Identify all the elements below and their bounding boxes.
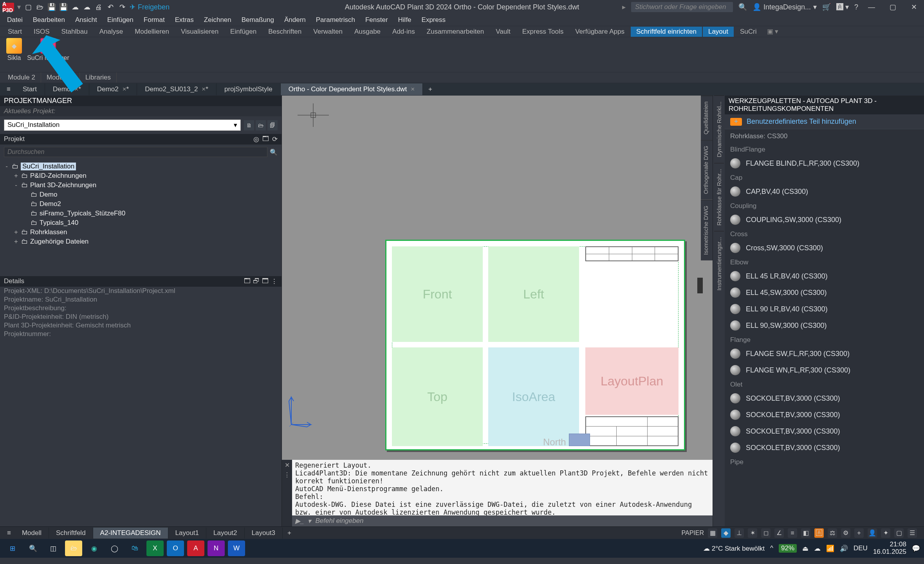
taskview-icon[interactable]: ◫: [45, 540, 62, 556]
outlook-icon[interactable]: O: [167, 540, 184, 556]
menu-item[interactable]: Hilfe: [393, 15, 416, 25]
menu-item[interactable]: Zeichnen: [199, 15, 236, 25]
ortho-icon[interactable]: ⊥: [735, 528, 744, 538]
otrack-icon[interactable]: ∠: [774, 528, 784, 538]
menu-item[interactable]: Einfügen: [103, 15, 138, 25]
layout-tab[interactable]: A2-INTEGADESIGN: [93, 528, 168, 539]
share-button[interactable]: ✈ Freigeben: [130, 3, 170, 11]
hardware-icon[interactable]: ✦: [881, 528, 890, 538]
close-button[interactable]: ✕: [906, 1, 922, 13]
ribbon-tab[interactable]: Schriftfeld einrichten: [631, 27, 702, 37]
clock[interactable]: 21:08 16.01.2025: [873, 541, 906, 555]
wifi-icon[interactable]: 📶: [826, 544, 834, 553]
user-menu[interactable]: 👤 IntegaDesign... ▾: [753, 3, 817, 11]
onenote-icon[interactable]: N: [208, 540, 225, 556]
search-icon[interactable]: 🔍: [738, 3, 747, 11]
ribbon-tab[interactable]: Einfügen: [225, 27, 262, 37]
tree-node[interactable]: +🗀Zugehörige Dateien: [4, 237, 278, 246]
cloud-open-icon[interactable]: ☁: [71, 3, 79, 11]
saveas-icon[interactable]: 💾: [59, 3, 68, 11]
custom-icon[interactable]: ☰: [908, 528, 917, 538]
volume-icon[interactable]: 🔊: [840, 544, 848, 553]
side-tab[interactable]: Isometrische DWG: [701, 200, 713, 260]
command-input[interactable]: ▶_ ▾ Befehl eingeben: [292, 515, 713, 526]
new-icon[interactable]: ▢: [24, 3, 32, 11]
snap-icon[interactable]: ◆: [721, 528, 731, 538]
layout-menu-icon[interactable]: ≡: [3, 529, 15, 537]
menu-item[interactable]: Extras: [170, 15, 199, 25]
cloud-save-icon[interactable]: ☁: [83, 3, 91, 11]
palette-item[interactable]: SOCKOLET,BV,3000 (CS300): [725, 439, 924, 456]
search-back-icon[interactable]: ▸: [622, 3, 626, 11]
palette-item[interactable]: SOCKOLET,BV,3000 (CS300): [725, 423, 924, 439]
side-tab[interactable]: Orthogonale DWG: [701, 140, 713, 199]
app-logo[interactable]: A P3D: [2, 3, 14, 11]
ribbon-tab[interactable]: Express Tools: [517, 27, 569, 37]
palette-item[interactable]: SOCKOLET,BV,3000 (CS300): [725, 390, 924, 407]
weather-widget[interactable]: ☁ 2°C Stark bewölkt: [703, 544, 765, 553]
tree-node[interactable]: 🗀Demo: [4, 190, 278, 199]
titleblock-bottom[interactable]: [585, 416, 679, 446]
file-tab[interactable]: Demo2_SU013_2×: [137, 83, 217, 95]
palette-vtab[interactable]: Rohrklasse für Rohr...: [714, 163, 724, 231]
viewport-front[interactable]: Front: [392, 246, 483, 342]
battery-icon[interactable]: 92%: [779, 544, 797, 553]
tree-node[interactable]: 🗀Demo2: [4, 199, 278, 209]
ribbon-tab[interactable]: Verwalten: [308, 27, 348, 37]
viewport-left[interactable]: Left: [488, 246, 579, 342]
autodesk-account-icon[interactable]: 🅰 ▾: [836, 3, 849, 11]
lineweight-icon[interactable]: ≡: [788, 528, 797, 538]
palette-item[interactable]: ELL 45,SW,3000 (CS300): [725, 284, 924, 301]
tree-expander-icon[interactable]: -: [13, 181, 19, 189]
autocad-icon[interactable]: A: [187, 540, 204, 556]
viewport-layoutplan[interactable]: LayoutPlan: [585, 347, 679, 415]
search-icon[interactable]: 🔍: [24, 540, 42, 556]
ribbon-focus-icon[interactable]: ▣ ▾: [767, 27, 779, 36]
palette-item[interactable]: FLANGE WN,FL,RF,300 (CS300): [725, 362, 924, 378]
transparency-icon[interactable]: ◧: [801, 528, 810, 538]
app-store-icon[interactable]: 🛒: [822, 3, 831, 11]
side-tab[interactable]: Quelldateien: [701, 96, 713, 140]
scrollbar-icon[interactable]: [697, 278, 703, 293]
file-tab[interactable]: Start: [15, 83, 45, 95]
pm-project-combo[interactable]: SuCri_Installation▾: [4, 119, 241, 131]
ribbon-tab[interactable]: Analyse: [94, 27, 128, 37]
ribbon-tab[interactable]: Visualisieren: [175, 27, 224, 37]
pm-view2-icon[interactable]: 🗔: [262, 135, 269, 143]
palette-add-custom[interactable]: + Benutzerdefiniertes Teil hinzufügen: [725, 114, 924, 129]
ribbon-tab[interactable]: SuCri: [735, 27, 762, 37]
layout-tab[interactable]: Layout3: [245, 528, 283, 539]
menu-item[interactable]: Ändern: [280, 15, 310, 25]
palette-item[interactable]: COUPLING,SW,3000 (CS300): [725, 212, 924, 228]
workspace-icon[interactable]: ⚙: [841, 528, 850, 538]
ribbon-tab[interactable]: Stahlbau: [56, 27, 93, 37]
polar-icon[interactable]: ✶: [748, 528, 757, 538]
close-tab-icon[interactable]: ×: [411, 85, 415, 93]
grid-icon[interactable]: ▦: [708, 528, 717, 538]
paper-sheet[interactable]: Front Left Top IsoArea LayoutPlan North: [385, 240, 685, 450]
palette-item[interactable]: CAP,BV,40 (CS300): [725, 183, 924, 200]
filetab-menu-icon[interactable]: ≡: [2, 85, 15, 93]
tree-expander-icon[interactable]: [23, 200, 28, 208]
maximize-button[interactable]: ▢: [885, 1, 901, 13]
palette-vtab[interactable]: Dynamische Rohrkl...: [714, 96, 724, 163]
undo-icon[interactable]: ↶: [106, 3, 115, 11]
word-icon[interactable]: W: [228, 540, 245, 556]
file-tab[interactable]: Demo2×: [89, 83, 137, 95]
cloud-icon[interactable]: ☁: [814, 544, 821, 553]
tray-chevron-icon[interactable]: ^: [770, 544, 773, 552]
tree-node[interactable]: +🗀Rohrklassen: [4, 228, 278, 237]
palette-item[interactable]: FLANGE BLIND,FL,RF,300 (CS300): [725, 155, 924, 172]
pm-detail-icon[interactable]: 🗖: [262, 277, 269, 286]
tree-node[interactable]: 🗀Typicals_140: [4, 218, 278, 228]
menu-item[interactable]: Format: [139, 15, 170, 25]
plot-icon[interactable]: 🖨: [94, 3, 103, 11]
pm-view1-icon[interactable]: ◎: [253, 135, 259, 143]
cmdline-close-icon[interactable]: ✕: [285, 461, 290, 469]
pm-copy-icon[interactable]: 🗐: [267, 120, 278, 130]
viewport-top[interactable]: Top: [392, 347, 483, 446]
pm-search-input[interactable]: [4, 147, 267, 157]
ribbon-tab[interactable]: Zusammenarbeiten: [421, 27, 489, 37]
language-icon[interactable]: DEU: [854, 544, 868, 552]
notifications-icon[interactable]: 💬: [912, 544, 920, 553]
